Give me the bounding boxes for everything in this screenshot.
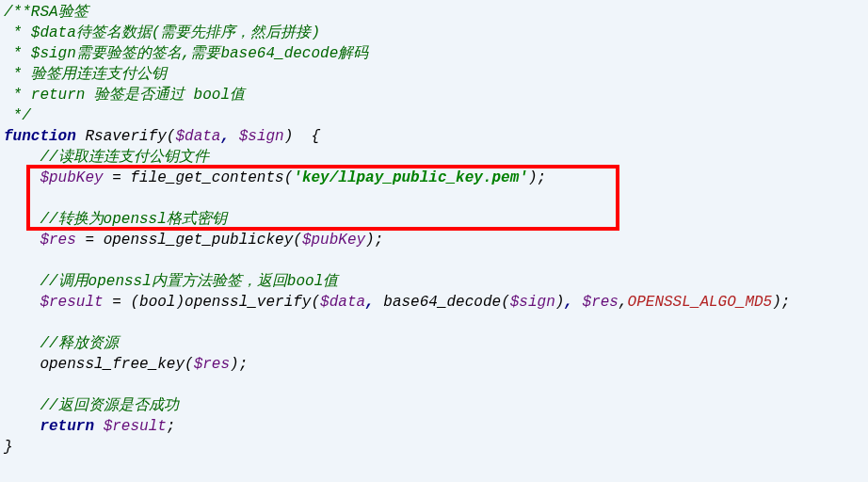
plain: (: [185, 356, 194, 373]
comment-line: * return 验签是否通过 bool值: [4, 87, 245, 104]
comment-line: * $data待签名数据(需要先排序，然后拼接): [4, 24, 320, 41]
plain: );: [772, 294, 790, 311]
plain: ;: [167, 418, 176, 435]
plain: (: [501, 294, 510, 311]
comment-line: //返回资源是否成功: [40, 397, 178, 414]
function-call: openssl_get_publickey: [104, 232, 294, 249]
comment-line: */: [4, 107, 31, 124]
keyword-return: return: [40, 418, 94, 435]
code-viewer: /**RSA验签 * $data待签名数据(需要先排序，然后拼接) * $sig…: [0, 0, 868, 482]
plain: ,: [619, 294, 628, 311]
plain: );: [528, 169, 546, 186]
comment-line: /**RSA验签: [4, 4, 88, 21]
keyword-function: function: [4, 128, 76, 145]
function-call: openssl_verify: [185, 294, 311, 311]
function-call: file_get_contents: [130, 169, 283, 186]
plain: (: [284, 169, 294, 186]
function-call: openssl_free_key: [40, 356, 185, 373]
plain: (: [311, 294, 320, 311]
comment-line: * 验签用连连支付公钥: [4, 66, 167, 83]
plain: [76, 128, 86, 145]
plain: ,: [365, 294, 383, 311]
variable: $result: [40, 294, 103, 311]
variable: $pubKey: [40, 169, 103, 186]
php-code-block: /**RSA验签 * $data待签名数据(需要先排序，然后拼接) * $sig…: [0, 0, 868, 459]
function-name: Rsaverify: [85, 128, 166, 145]
plain: ) {: [284, 128, 320, 145]
variable: $res: [40, 232, 75, 249]
plain: ): [555, 294, 565, 311]
plain: (: [167, 128, 176, 145]
comment-line: //释放资源: [40, 335, 118, 352]
comment-line: * $sign需要验签的签名,需要base64_decode解码: [4, 45, 368, 62]
plain: );: [230, 356, 248, 373]
comment-line: //调用openssl内置方法验签，返回bool值: [40, 273, 338, 290]
variable: $sign: [510, 294, 555, 311]
variable: $sign: [239, 128, 284, 145]
cast: bool: [139, 294, 175, 311]
plain: (: [293, 232, 302, 249]
comment-line: //转换为openssl格式密钥: [40, 211, 226, 228]
variable: $result: [104, 418, 167, 435]
plain: [94, 418, 104, 435]
plain: ,: [220, 128, 238, 145]
plain: }: [4, 439, 13, 456]
plain: = (: [104, 294, 139, 311]
plain: ): [175, 294, 185, 311]
plain: );: [365, 232, 383, 249]
comment-line: //读取连连支付公钥文件: [40, 149, 208, 166]
string-literal: 'key/llpay_public_key.pem': [293, 169, 528, 186]
plain: =: [76, 232, 104, 249]
variable: $data: [320, 294, 365, 311]
variable: $res: [194, 356, 230, 373]
plain: =: [104, 169, 131, 186]
variable: $data: [175, 128, 220, 145]
constant: OPENSSL_ALGO_MD5: [628, 294, 773, 311]
plain: ,: [564, 294, 582, 311]
variable: $pubKey: [302, 232, 365, 249]
variable: $res: [583, 294, 619, 311]
function-call: base64_decode: [383, 294, 501, 311]
